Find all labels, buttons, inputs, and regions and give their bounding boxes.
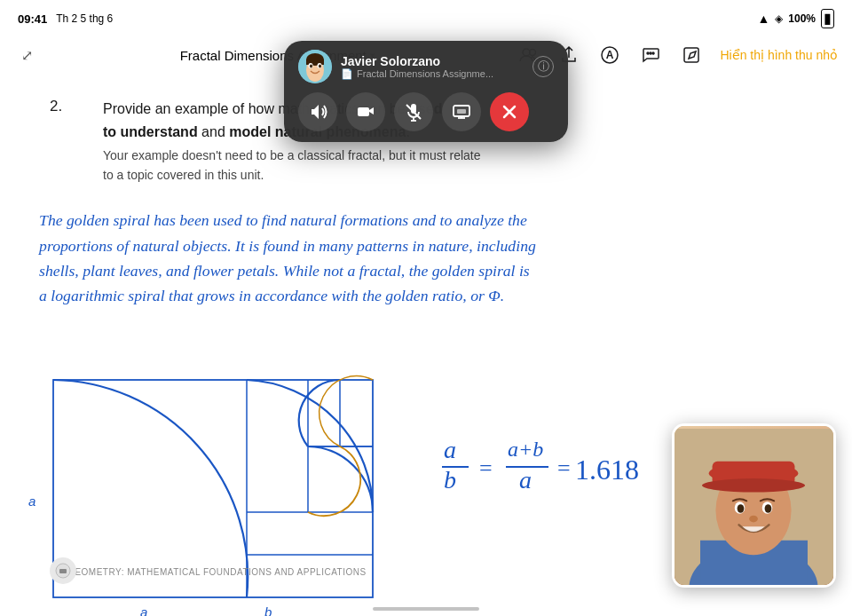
eraser-icon (55, 563, 71, 579)
camera-feed (672, 423, 836, 588)
home-indicator (373, 607, 479, 611)
question-subtext: Your example doesn't need to be a classi… (103, 146, 816, 185)
svg-text:shells, plant leaves, and flow: shells, plant leaves, and flower petals.… (39, 262, 530, 280)
caller-doc: 📄 Fractal Dimensions Assignme... (341, 68, 524, 80)
hud-header: Javier Solorzano 📄 Fractal Dimensions As… (298, 50, 554, 83)
facetime-info-button[interactable]: ⓘ (532, 56, 554, 77)
eraser-button[interactable] (50, 557, 76, 584)
svg-text:A: A (606, 49, 614, 61)
fibonacci-diagram: a a b (44, 371, 382, 616)
comment-icon[interactable] (638, 43, 663, 67)
screen-share-button[interactable] (442, 92, 481, 131)
facetime-hud: Javier Solorzano 📄 Fractal Dimensions As… (284, 41, 568, 142)
status-bar: 09:41 Th 2 5 thg 6 ▲ ◈ 100% ▮ (0, 0, 852, 32)
svg-rect-61 (457, 109, 466, 114)
svg-text:a logarithmic spiral that grow: a logarithmic spiral that grows in accor… (39, 287, 504, 304)
wifi-icon: ▲ (757, 12, 769, 26)
edit-icon[interactable] (679, 43, 704, 67)
svg-point-36 (702, 478, 805, 492)
facetime-controls (298, 92, 554, 131)
svg-text:=: = (479, 455, 493, 481)
svg-text:The golden spiral has been use: The golden spiral has been used to find … (39, 211, 527, 229)
speaker-button[interactable] (298, 92, 337, 131)
svg-text:a+b: a+b (508, 438, 543, 461)
end-call-icon (500, 102, 519, 122)
doc-icon: 📄 (341, 68, 353, 80)
svg-text:a: a (444, 436, 456, 463)
toolbar-left: ⤢ (14, 43, 39, 67)
speaker-icon (308, 102, 327, 122)
svg-rect-48 (306, 59, 324, 65)
battery-icon: ▮ (821, 9, 834, 28)
svg-point-41 (749, 516, 758, 523)
memoji-avatar (298, 50, 332, 83)
diagram-label-a-bottom: a (140, 604, 147, 616)
video-icon (356, 102, 375, 122)
svg-rect-53 (358, 107, 369, 116)
status-right: ▲ ◈ 100% ▮ (757, 9, 834, 28)
mute-button[interactable] (394, 92, 433, 131)
hide-thumbnail-button[interactable]: Hiển thị hình thu nhỏ (720, 48, 838, 62)
compress-icon[interactable]: ⤢ (14, 43, 39, 67)
svg-text:a: a (519, 466, 532, 494)
screen-share-icon (452, 102, 471, 122)
svg-point-39 (738, 504, 745, 513)
svg-point-5 (650, 52, 651, 54)
bottom-doc-label: AL GEOMETRY: MATHEMATICAL FOUNDATIONS AN… (53, 563, 367, 579)
svg-text:b: b (444, 466, 456, 494)
svg-point-40 (765, 504, 772, 513)
svg-text:1.618: 1.618 (575, 454, 639, 486)
document-area: 2. Provide an example of how mathematics… (0, 78, 852, 616)
formula-svg: a b = a+b a = 1.618 (435, 424, 701, 513)
video-button[interactable] (346, 92, 385, 131)
battery-level: 100% (788, 12, 816, 25)
person-silhouette (674, 426, 833, 585)
diagram-label-b-bottom: b (264, 604, 272, 616)
person-video (674, 426, 833, 585)
diagram-label-a: a (28, 494, 36, 509)
status-time: 09:41 (18, 12, 47, 26)
end-call-button[interactable] (490, 92, 529, 131)
svg-point-6 (652, 52, 654, 54)
svg-rect-43 (59, 569, 67, 573)
signal-icon: ◈ (775, 12, 783, 25)
mute-icon (404, 102, 423, 122)
svg-text:proportions of natural objects: proportions of natural objects. It is fo… (37, 237, 536, 255)
caller-info: Javier Solorzano 📄 Fractal Dimensions As… (341, 54, 524, 80)
caller-avatar (298, 50, 332, 83)
markup-icon[interactable]: A (597, 43, 622, 67)
handwriting-svg: The golden spiral has been used to find … (36, 202, 825, 391)
status-date: Th 2 5 thg 6 (56, 12, 113, 25)
question-number: 2. (50, 98, 62, 115)
svg-rect-7 (684, 48, 698, 62)
svg-text:=: = (557, 455, 571, 481)
svg-point-4 (647, 52, 649, 54)
formula-area: a b = a+b a = 1.618 (435, 424, 666, 517)
handwritten-answer: The golden spiral has been used to find … (36, 202, 825, 394)
svg-point-52 (319, 65, 321, 68)
svg-point-51 (310, 65, 312, 68)
caller-name: Javier Solorzano (341, 54, 524, 68)
